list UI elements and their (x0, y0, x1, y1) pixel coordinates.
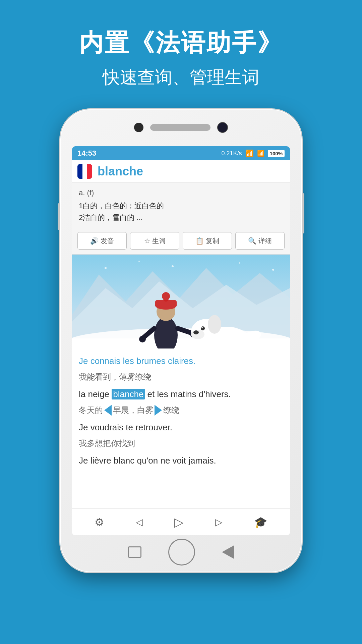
svg-point-22 (201, 326, 205, 330)
detail-button[interactable]: 🔍 详细 (235, 232, 285, 250)
svg-point-34 (172, 265, 174, 267)
chinese-sentence-1: 我能看到，薄雾缭绕 (79, 371, 283, 383)
sentence-2-pre: la neige (79, 389, 112, 399)
text-after-handle: 缭绕 (163, 404, 179, 416)
app-header: blanche (72, 160, 290, 182)
play-button[interactable]: ▷ (174, 515, 184, 529)
front-camera (217, 122, 228, 133)
network-speed: 0.21K/s (222, 150, 242, 157)
phone-nav (84, 539, 278, 566)
search-word: blanche (98, 164, 143, 178)
action-buttons: 🔊 发音 ☆ 生词 📋 复制 🔍 详细 (72, 227, 290, 255)
svg-point-32 (105, 267, 107, 269)
phone-camera-area (114, 122, 248, 133)
side-button-right (302, 193, 304, 233)
text-before-handle: 冬天的 (79, 404, 103, 416)
flag-red (87, 164, 92, 179)
phone-screen: 14:53 0.21K/s 📶 📶 100% (72, 146, 290, 535)
vocab-label: 生词 (152, 236, 166, 246)
french-sentence-3: Je voudrais te retrouver. (79, 421, 283, 434)
copy-button[interactable]: 📋 复制 (183, 232, 232, 250)
french-sentence-1: Je connais les brumes claires. (79, 355, 283, 368)
pronounce-button[interactable]: 🔊 发音 (77, 232, 127, 250)
nav-back-button[interactable] (222, 545, 234, 559)
chinese-sentence-2: 冬天的 早晨，白雾 缭绕 (79, 404, 283, 416)
handle-mid-text: 早晨，白雾 (113, 404, 153, 416)
speaker-grille (150, 124, 210, 131)
sound-icon: 🔊 (90, 237, 99, 245)
content-area: Je connais les brumes claires. 我能看到，薄雾缭绕… (72, 348, 290, 508)
svg-point-23 (201, 327, 203, 328)
copy-icon: 📋 (195, 237, 204, 245)
chinese-sentence-3: 我多想把你找到 (79, 437, 283, 449)
french-sentence-4: Je lièvre blanc qu'on ne voit jamais. (79, 454, 283, 467)
wifi-icon: 📶 (245, 149, 254, 157)
top-title: 内置《法语助手》 (79, 27, 283, 59)
image-area (72, 255, 290, 348)
svg-rect-4 (72, 338, 290, 348)
prev-button[interactable]: ◁ (136, 517, 143, 528)
snow-scene-svg (72, 255, 290, 348)
next-button[interactable]: ▷ (215, 517, 223, 528)
detail-label: 详细 (258, 236, 272, 246)
svg-point-13 (139, 336, 146, 342)
definition-pos: a. (f) (79, 189, 283, 197)
status-time: 14:53 (77, 149, 96, 158)
status-right: 0.21K/s 📶 📶 100% (222, 149, 285, 157)
search-icon: 🔍 (248, 237, 256, 245)
sentence-2-post: et les matins d'hivers. (145, 389, 231, 399)
top-subtitle: 快速查询、管理生词 (103, 66, 259, 89)
handle-right-icon (155, 405, 162, 416)
flag-blue (77, 164, 82, 179)
camera-dot-left (134, 123, 143, 132)
phone-shell: 14:53 0.21K/s 📶 📶 100% (60, 109, 302, 572)
definition-line2: 2洁白的，雪白的 ... (79, 212, 283, 223)
definition-line1: 1白的，白色的；近白色的 (79, 200, 283, 212)
phone-wrapper: 14:53 0.21K/s 📶 📶 100% (60, 109, 302, 572)
highlighted-word: blanche (112, 389, 145, 399)
flag-white (82, 164, 87, 179)
app-icon (77, 164, 92, 179)
star-icon: ☆ (144, 237, 150, 245)
nav-home-button[interactable] (168, 539, 195, 566)
definition-area: a. (f) 1白的，白色的；近白色的 2洁白的，雪白的 ... (72, 182, 290, 227)
handle-left-icon (104, 405, 112, 416)
copy-label: 复制 (206, 236, 219, 246)
svg-point-35 (239, 262, 240, 264)
page-background: 内置《法语助手》 快速查询、管理生词 14:53 0.21K/s (0, 0, 362, 644)
side-button-left (58, 203, 60, 230)
french-flag (77, 164, 92, 179)
nav-square-button[interactable] (128, 546, 141, 558)
svg-point-21 (193, 330, 199, 334)
graduation-icon[interactable]: 🎓 (254, 516, 267, 529)
vocab-button[interactable]: ☆ 生词 (130, 232, 179, 250)
settings-icon[interactable]: ⚙ (95, 516, 104, 529)
player-bar: ⚙ ◁ ▷ ▷ 🎓 (72, 508, 290, 535)
svg-point-24 (208, 315, 221, 334)
pronounce-label: 发音 (101, 236, 114, 246)
signal-icon: 📶 (257, 150, 264, 157)
svg-point-10 (162, 292, 170, 300)
svg-point-33 (138, 261, 140, 262)
french-sentence-2: la neige blanche et les matins d'hivers. (79, 388, 283, 401)
svg-point-36 (272, 269, 274, 271)
status-bar: 14:53 0.21K/s 📶 📶 100% (72, 146, 290, 160)
battery-indicator: 100% (268, 150, 285, 157)
